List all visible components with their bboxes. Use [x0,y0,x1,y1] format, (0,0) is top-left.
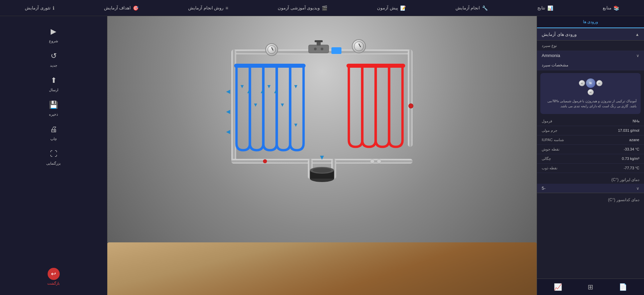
nav-item-results[interactable]: 📊 نتایج [533,5,557,11]
back-icon: ↩ [48,268,60,280]
molecule-visual: H N H H [544,78,637,95]
prop-value-density: 0.73 kg/m³ [622,157,639,161]
prop-label-density: چگالی [542,157,551,161]
evap-temp-chevron[interactable]: ∨ [636,186,639,191]
svg-point-29 [377,159,381,163]
zoom-button[interactable]: ⛶ بزرگنمایی [40,145,67,168]
left-sidebar: ▶ شروع ↺ جدید ⬆ ارسال 💾 ذخیره 🖨 چاپ ⛶ بز… [0,16,107,295]
prop-value-molar-mass: 17.031 g/mol [618,128,639,133]
molecule-display-area: H N H H آمونیاک ترکیبی از نیتروژن و هیدر… [540,73,641,114]
svg-rect-18 [315,40,323,42]
svg-point-28 [370,159,374,163]
prop-label-molar-mass: جرم مولی [542,128,557,133]
prop-value-melting: -77.73 °C [624,166,639,170]
method-icon: ≡ [225,5,228,11]
svg-text:▲: ▲ [273,88,278,94]
prop-row-boiling: -33.34 °C نقطه جوش [537,145,644,154]
refrigerant-type-row: نوع سیرد [537,41,644,51]
chart-icon[interactable]: 📈 [554,283,562,291]
prop-value-boiling: -33.34 °C [624,147,639,152]
refrigerant-props-header: مشخصات سیرد [537,60,644,70]
new-button[interactable]: ↺ جدید [40,47,67,70]
properties-table: NH₃ فرمول 17.031 g/mol جرم مولی azane شن… [537,117,644,173]
print-icon: 🖨 [48,123,60,135]
svg-text:▼: ▼ [280,102,285,108]
nav-item-perform[interactable]: 🔧 انجام آزمایش [451,5,492,11]
svg-rect-4 [231,159,315,164]
svg-point-10 [266,44,278,56]
right-sidebar-bottom-bar: 📄 ⊞ 📈 [537,279,644,295]
nitrogen-atom: N [586,78,595,88]
chevron-down-icon[interactable]: ∨ [636,53,639,58]
save-button[interactable]: 💾 ذخیره [40,96,67,119]
experiment-inputs-title: ورودی های آزمایش [542,32,577,37]
right-sidebar: ورودی ها ▲ ورودی های آزمایش نوع سیرد ∨ A… [537,16,644,295]
experiment-inputs-header[interactable]: ▲ ورودی های آزمایش [537,28,644,41]
evaporator-temp-label: دمای اپراتور (°C) [611,177,639,182]
perform-icon: 🔧 [482,5,488,11]
hydrogen-atom-1: H [596,80,602,86]
prop-label-melting: نقطه ذوب [542,166,557,170]
nav-item-pretest[interactable]: 📝 پیش آزمون [373,5,410,11]
nav-item-video[interactable]: 🎬 ویدیوی آموزشی آزمون [274,5,331,11]
svg-point-26 [313,168,331,173]
top-navigation: 📚 منابع 📊 نتایج 🔧 انجام آزمایش 📝 پیش آزم… [0,0,644,16]
tab-inputs[interactable]: ورودی ها [537,16,644,28]
save-icon: 💾 [48,99,60,111]
evaporator-temp-label-row: دمای اپراتور (°C) [542,176,639,182]
svg-text:▼: ▼ [239,83,245,89]
condenser-temp-label-row: دمای کدانسور (°C) [542,196,639,202]
svg-rect-21 [331,47,341,54]
svg-text:◀: ◀ [226,109,230,114]
nav-item-theory[interactable]: ℹ تئوری آزمایش [21,5,58,11]
start-button[interactable]: ▶ شروع [40,23,67,46]
svg-text:◀: ◀ [226,88,230,94]
document-icon[interactable]: 📄 [619,283,627,291]
prop-label-iupac: شناسه IUPAC [542,138,564,142]
start-icon: ▶ [48,25,60,38]
prop-row-molar-mass: 17.031 g/mol جرم مولی [537,126,644,135]
svg-rect-8 [234,64,306,68]
print-button[interactable]: 🖨 چاپ [40,121,67,144]
evaporator-temp-dropdown[interactable]: ∨ -5 [537,184,644,193]
refrigerant-value: Ammonia [542,53,560,58]
prop-row-iupac: azane شناسه IUPAC [537,135,644,145]
svg-text:▼: ▼ [266,83,272,89]
condenser-temp-section: دمای کدانسور (°C) [537,193,644,204]
prop-value-formula: NH₃ [633,119,639,123]
nav-item-goals[interactable]: 🎯 اهداف آزمایش [100,5,143,11]
prop-value-iupac: azane [629,138,639,142]
prop-label-boiling: نقطه جوش [542,147,559,152]
send-button[interactable]: ⬆ ارسال [40,72,67,95]
goals-icon: 🎯 [133,5,139,11]
refrigerant-dropdown[interactable]: ∨ Ammonia [537,51,644,60]
nav-item-method[interactable]: ≡ روش انجام آزمایش [184,5,232,11]
svg-text:▼: ▼ [253,102,258,108]
molecule-description: آمونیاک ترکیبی از نیتروژن و هیدروژن با ف… [544,99,637,109]
nav-item-sources[interactable]: 📚 منابع [599,5,623,11]
zoom-icon: ⛶ [48,148,60,160]
svg-rect-9 [346,64,405,68]
new-icon: ↺ [48,50,60,62]
main-scene: ▼ ▼ ▼ ▼ ▼ ▼ ▲ ▲ ▲ ◀ ◀ ◀ ▼ [107,16,537,295]
prop-row-density: 0.73 kg/m³ چگالی [537,154,644,164]
send-icon: ⬆ [48,74,60,86]
prop-label-formula: فرمول [542,119,552,123]
refrigerant-props-label: مشخصات سیرد [542,63,568,67]
expand-icon[interactable]: ▲ [635,32,639,37]
svg-text:▼: ▼ [293,122,299,128]
evaporator-temp-value: -5 [542,186,546,191]
results-icon: 📊 [547,5,553,11]
back-button[interactable]: ↩ بازگشت [40,265,67,288]
refrigerant-type-label: نوع سیرد [542,43,557,48]
condenser-temp-label: دمای کدانسور (°C) [608,197,639,202]
svg-rect-16 [309,45,329,53]
svg-text:▼: ▼ [293,83,299,89]
prop-row-melting: -77.73 °C نقطه ذوب [537,164,644,173]
svg-point-19 [314,48,317,50]
svg-text:▼: ▼ [319,154,325,161]
table-icon[interactable]: ⊞ [588,283,593,291]
hydrogen-atom-2: H [579,80,585,86]
svg-point-22 [409,104,413,108]
svg-rect-2 [408,50,413,147]
